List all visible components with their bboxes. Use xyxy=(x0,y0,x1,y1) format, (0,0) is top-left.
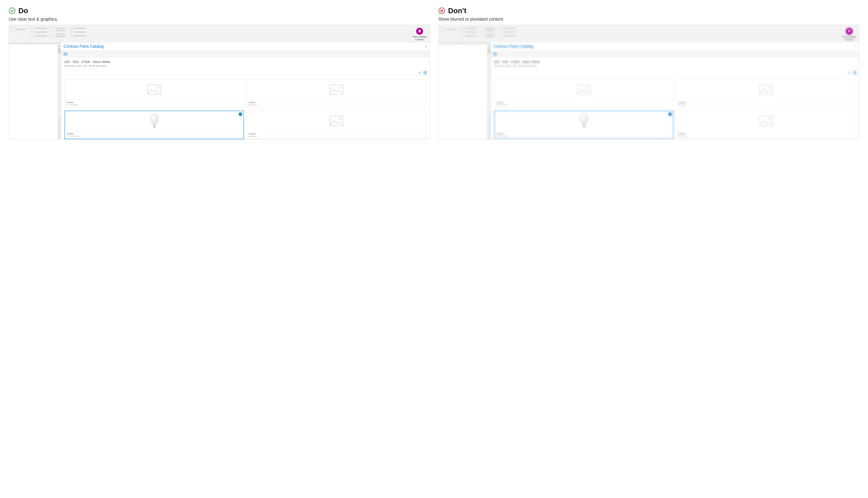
svg-rect-10 xyxy=(330,116,343,126)
ribbon-placeholder-icon[interactable] xyxy=(70,35,73,37)
ribbon-placeholder-text xyxy=(485,30,495,31)
ribbon-group xyxy=(479,27,495,38)
hamburger-menu-icon[interactable] xyxy=(64,53,67,55)
ribbon-placeholder-icon[interactable] xyxy=(479,33,484,38)
scrollbar[interactable]: ▲ xyxy=(57,44,61,117)
product-grid: Contoso60 - 65w Equal Contoso85w Equal C… xyxy=(491,76,859,139)
view-toggle xyxy=(491,70,859,76)
ribbon-group xyxy=(11,27,26,31)
product-card[interactable]: Contoso60 - 65w Equal xyxy=(65,79,244,108)
dont-screenshot: Parts Catalog Contoso ▲ Contoso Parts Ca… xyxy=(438,25,859,139)
document-page[interactable] xyxy=(439,44,487,139)
ribbon-placeholder-icon[interactable] xyxy=(31,31,34,33)
ribbon-addin-button[interactable]: Parts Catalog Contoso xyxy=(410,27,429,41)
ribbon-placeholder-text xyxy=(504,31,516,33)
svg-point-7 xyxy=(339,87,341,88)
pane-titlebar: Contoso Parts Catalog ▼ xyxy=(61,42,429,51)
do-subtitle: Use clear text & graphics. xyxy=(9,17,430,22)
product-brand: Contoso xyxy=(678,101,854,103)
image-placeholder-icon xyxy=(247,111,426,131)
svg-point-0 xyxy=(9,8,15,14)
ribbon-placeholder-icon[interactable] xyxy=(50,33,54,38)
ribbon-placeholder-icon[interactable] xyxy=(500,35,502,37)
product-brand: Contoso xyxy=(678,133,854,135)
ribbon-placeholder-text xyxy=(74,31,86,33)
app-body: ▲ Contoso Parts Catalog ▼ LED - R30 - 27… xyxy=(439,42,859,139)
lightbulb-icon xyxy=(416,28,423,35)
task-pane: Contoso Parts Catalog ▼ LED - R30 - 2700… xyxy=(61,42,429,139)
product-card[interactable]: Contoso60 - 65w Equal xyxy=(65,111,244,139)
ribbon-placeholder-text xyxy=(465,28,477,29)
search-results-count: 16 results in LED - R30 - 60-65 Watt Equ… xyxy=(494,65,856,67)
product-card[interactable]: Contoso85w Equal xyxy=(247,79,426,108)
product-spec: 85w Equal xyxy=(249,135,424,137)
ribbon-group xyxy=(500,27,516,37)
ribbon-placeholder-icon[interactable] xyxy=(479,27,484,31)
scroll-up-icon[interactable]: ▲ xyxy=(487,44,490,48)
dont-title: Don't xyxy=(448,6,466,15)
svg-rect-6 xyxy=(330,85,343,94)
addin-label-line2: Contoso xyxy=(842,38,856,41)
image-placeholder-icon xyxy=(65,79,244,100)
ribbon: Parts Catalog Contoso xyxy=(9,25,429,42)
hamburger-menu-icon[interactable] xyxy=(493,53,497,55)
pane-titlebar: Contoso Parts Catalog ▼ xyxy=(491,42,859,51)
ribbon-group xyxy=(70,27,86,37)
product-card[interactable]: Contoso85w Equal xyxy=(676,79,856,108)
product-card[interactable]: Contoso60 - 65w Equal xyxy=(494,111,674,139)
ribbon-placeholder-icon[interactable] xyxy=(461,27,463,29)
product-card[interactable]: Contoso60 - 65w Equal xyxy=(494,79,674,108)
product-card[interactable]: Contoso85w Equal xyxy=(247,111,426,139)
ribbon-placeholder-icon[interactable] xyxy=(440,27,445,31)
ribbon-placeholder-text xyxy=(55,34,65,35)
product-meta: Contoso60 - 65w Equal xyxy=(65,131,244,139)
product-meta: Contoso85w Equal xyxy=(676,131,855,139)
product-meta: Contoso60 - 65w Equal xyxy=(494,100,673,108)
grid-view-icon[interactable] xyxy=(424,71,427,74)
ribbon-placeholder-icon[interactable] xyxy=(70,27,73,29)
ribbon-addin-button[interactable]: Parts Catalog Contoso xyxy=(839,27,859,41)
ribbon-placeholder-icon[interactable] xyxy=(461,31,463,33)
addin-label: Parts Catalog Contoso xyxy=(842,35,856,41)
ribbon-placeholder-text xyxy=(55,30,65,31)
ribbon-placeholder-icon[interactable] xyxy=(461,35,463,37)
ribbon-placeholder-text xyxy=(504,28,516,29)
scroll-up-icon[interactable]: ▲ xyxy=(57,44,61,48)
svg-rect-4 xyxy=(148,85,161,94)
list-view-icon[interactable] xyxy=(848,72,851,74)
ribbon-placeholder-icon[interactable] xyxy=(31,27,34,29)
product-spec: 60 - 65w Equal xyxy=(496,104,672,106)
svg-point-19 xyxy=(768,87,770,88)
product-meta: Contoso85w Equal xyxy=(676,100,855,108)
grid-view-icon[interactable] xyxy=(853,71,856,74)
ribbon-placeholder-text xyxy=(485,34,495,35)
ribbon-placeholder-icon[interactable] xyxy=(70,31,73,33)
dont-side: Don't Show blurred or pixelated content. xyxy=(438,6,859,139)
pane-menu-caret-icon[interactable]: ▼ xyxy=(855,45,857,48)
ribbon-placeholder-icon[interactable] xyxy=(31,35,34,37)
checkmark-circle-icon xyxy=(9,7,16,14)
ribbon-placeholder-text xyxy=(465,35,477,37)
image-placeholder-icon xyxy=(676,79,855,100)
list-view-icon[interactable] xyxy=(418,72,421,74)
ribbon-placeholder-icon[interactable] xyxy=(500,27,502,29)
product-meta: Contoso85w Equal xyxy=(247,100,426,108)
ribbon-placeholder-icon[interactable] xyxy=(11,27,15,31)
scrollbar-thumb[interactable] xyxy=(58,48,61,53)
task-pane: Contoso Parts Catalog ▼ LED - R30 - 2700… xyxy=(491,42,859,139)
product-card[interactable]: Contoso85w Equal xyxy=(676,111,856,139)
svg-point-5 xyxy=(157,87,158,88)
product-brand: Contoso xyxy=(496,101,672,103)
addin-label-line1: Parts Catalog xyxy=(842,35,856,38)
svg-point-23 xyxy=(768,118,770,120)
ribbon-placeholder-icon[interactable] xyxy=(50,27,54,31)
scrollbar-thumb[interactable] xyxy=(488,48,490,53)
pane-menu-caret-icon[interactable]: ▼ xyxy=(425,45,427,48)
pane-toolbar xyxy=(61,51,429,57)
document-page[interactable] xyxy=(9,44,57,139)
lightbulb-icon xyxy=(846,28,853,35)
ribbon-placeholder-icon[interactable] xyxy=(500,31,502,33)
scrollbar[interactable]: ▲ xyxy=(487,44,491,117)
product-grid: Contoso60 - 65w Equal Contoso85w Equal C… xyxy=(61,76,429,139)
ribbon-placeholder-text xyxy=(35,35,47,37)
